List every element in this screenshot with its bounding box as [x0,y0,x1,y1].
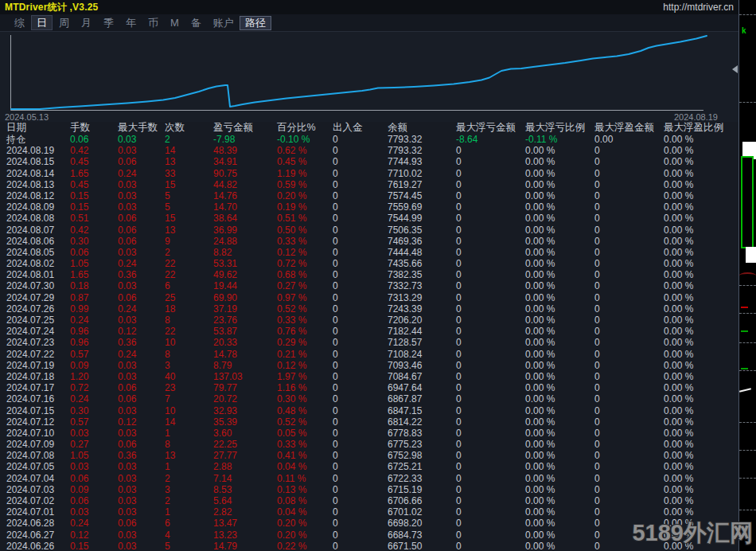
cell: 0.00 % [664,337,738,348]
table-row[interactable]: 2024.07.020.060.0325.640.08 %06706.6600.… [0,495,738,506]
cell: 7093.46 [388,360,456,371]
table-row[interactable]: 2024.07.170.720.062379.771.16 %06947.640… [0,382,738,393]
website-link[interactable]: http://mtdriver.cn [663,2,734,13]
cell: 7243.39 [388,303,456,315]
cell: 0.00 % [525,439,594,450]
menu-item-备[interactable]: 备 [186,16,206,29]
cell: 0.06 [118,225,165,236]
cell: 20.33 [213,337,277,348]
cell: 2024.07.04 [6,473,70,484]
cell: 1.05 [70,450,118,461]
table-row[interactable]: 2024.06.270.120.03413.230.20 %06684.7300… [0,530,738,541]
cell: 0 [456,530,525,541]
table-row[interactable]: 2024.08.150.450.061334.910.45 %07744.930… [0,156,738,167]
cell: 13 [165,450,213,461]
table-row[interactable]: 2024.07.250.240.03823.760.33 %07206.2000… [0,315,738,326]
cell: 0.30 [70,405,118,416]
cell: -7.98 [213,134,277,145]
table-row[interactable]: 2024.07.160.240.06720.720.30 %06867.8700… [0,393,738,404]
table-row[interactable]: 2024.08.090.150.03514.700.19 %07559.6900… [0,201,738,213]
table-row[interactable]: 2024.06.260.150.03514.790.22 %06671.5000… [0,541,738,551]
table-row[interactable]: 2024.07.081.050.361327.770.41 %06752.980… [0,450,738,461]
cell: 0 [333,473,388,484]
window-edge-handle[interactable] [732,65,738,73]
table-row[interactable]: 2024.08.130.450.031544.820.59 %07619.270… [0,179,738,190]
menu-item-季[interactable]: 季 [99,16,119,29]
table-row[interactable]: 2024.07.190.090.0338.790.12 %07093.4600.… [0,360,738,371]
table-row[interactable]: 2024.08.141.650.243390.751.19 %07710.020… [0,168,738,179]
price-line-fragment [739,388,751,393]
table-row[interactable]: 2024.07.100.030.0313.600.05 %06778.8300.… [0,428,738,439]
menu-item-M[interactable]: M [166,16,184,29]
cell: 0 [456,213,525,224]
table-row[interactable]: 2024.08.080.510.061538.640.51 %07544.990… [0,213,738,224]
cell: 0.24 [118,349,165,360]
menu-item-综[interactable]: 综 [10,16,29,29]
menu-item-周[interactable]: 周 [54,16,74,29]
cell: 2024.08.13 [6,179,70,190]
table-row[interactable]: 2024.07.290.870.062569.900.97 %07313.290… [0,292,738,303]
table-row[interactable]: 2024.06.280.240.06613.470.20 %06698.2000… [0,518,738,529]
cell: 0.00 % [664,168,738,179]
cell: 0.04 % [277,506,333,518]
table-row[interactable]: 2024.07.220.570.24814.780.21 %07108.2400… [0,349,738,360]
cell: 0 [333,349,388,360]
table-row[interactable]: 2024.07.120.570.121435.390.52 %06814.220… [0,416,738,428]
cell: 0 [594,179,664,190]
table-row[interactable]: 2024.07.260.990.241837.190.52 %07243.390… [0,303,738,315]
table-row[interactable]: 2024.08.060.300.06924.880.33 %07469.3600… [0,236,738,247]
table-row[interactable]: 持仓0.060.032-7.98-0.10 %07793.32-8.64-0.1… [0,134,738,145]
cell: 0.00 % [664,495,738,506]
cell: 0.00 % [525,506,594,518]
cell: 13 [165,156,213,167]
cell: 0 [456,179,525,190]
cell: 2024.06.26 [6,541,70,551]
daily-stats-table: 日期手数最大手数次数盈亏金额百分比%出入金余额最大浮亏金额最大浮亏比例最大浮盈金… [0,122,738,551]
cell: 38.64 [213,213,277,224]
menu-item-月[interactable]: 月 [76,16,96,29]
cell: 5.64 [213,495,277,506]
cell: 7544.99 [388,213,456,224]
cell: 0 [456,337,525,348]
cell: 36.99 [213,225,277,236]
table-row[interactable]: 2024.07.050.030.0312.880.04 %06725.2100.… [0,461,738,472]
cell: 0.00 [594,134,664,145]
table-row[interactable]: 2024.07.240.960.122253.870.76 %07182.440… [0,326,738,337]
cell: 0.20 % [277,190,333,201]
cell: 5 [165,541,213,551]
table-row[interactable]: 2024.07.181.200.0340137.031.97 %07084.67… [0,371,738,382]
table-row[interactable]: 2024.08.050.060.0328.820.12 %07444.4800.… [0,247,738,258]
table-row[interactable]: 2024.08.011.650.362249.620.68 %07382.350… [0,269,738,280]
menu-item-币[interactable]: 币 [143,16,163,29]
cell: 18 [165,303,213,315]
cell: 0 [594,484,664,495]
cell: 0 [333,326,388,337]
cell: 0.00 % [525,292,594,303]
table-row[interactable]: 2024.08.021.050.242253.310.72 %07435.660… [0,258,738,269]
table-row[interactable]: 2024.08.070.420.061336.990.50 %07506.350… [0,225,738,236]
cell: 0.06 [118,156,165,167]
menu-item-年[interactable]: 年 [121,16,141,29]
table-row[interactable]: 2024.07.150.300.031032.930.48 %06847.150… [0,405,738,416]
cell: 0.29 % [277,337,333,348]
table-row[interactable]: 2024.07.230.960.361020.330.29 %07128.570… [0,337,738,348]
table-row[interactable]: 2024.07.030.090.0338.530.13 %06715.1900.… [0,484,738,495]
table-row[interactable]: 2024.07.010.030.0312.820.04 %06701.0200.… [0,506,738,518]
cell: 0 [456,506,525,518]
cell: 1.65 [70,168,118,179]
menu-item-账户[interactable]: 账户 [208,16,239,29]
menu-item-日[interactable]: 日 [32,16,52,29]
cell: 0.00 % [664,236,738,247]
cell: 7206.20 [388,315,456,326]
cell: 13.23 [213,530,277,541]
cell: 0.87 [70,292,118,303]
table-row[interactable]: 2024.07.040.060.0327.140.11 %06722.3300.… [0,473,738,484]
x-axis-end-label: 2024.08.19 [674,112,718,122]
cell: 2024.07.09 [6,439,70,450]
table-row[interactable]: 2024.08.120.150.03514.760.20 %07574.4500… [0,190,738,201]
path-button[interactable]: 路径 [240,16,271,30]
cell: 0 [456,292,525,303]
table-row[interactable]: 2024.07.300.180.03619.440.27 %07332.7300… [0,280,738,291]
table-row[interactable]: 2024.07.090.270.06822.250.33 %06775.2300… [0,439,738,450]
table-row[interactable]: 2024.08.190.420.031448.390.62 %07793.320… [0,145,738,156]
